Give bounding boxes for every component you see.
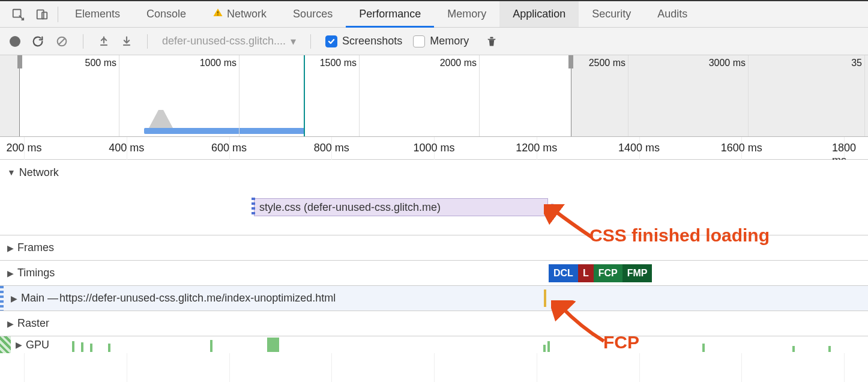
- detail-tick-label: 800 ms: [314, 142, 349, 154]
- gpu-tick: [273, 338, 279, 352]
- garbage-collect-button[interactable]: [486, 35, 498, 48]
- tab-network[interactable]: Network: [199, 1, 280, 27]
- tab-audits[interactable]: Audits: [644, 1, 701, 27]
- reload-button[interactable]: [31, 35, 44, 48]
- tab-application[interactable]: Application: [499, 1, 579, 27]
- overview-viewport[interactable]: [19, 55, 571, 136]
- clear-button[interactable]: [55, 35, 68, 48]
- viewport-handle-right[interactable]: [568, 55, 573, 68]
- tab-sources[interactable]: Sources: [280, 1, 346, 27]
- detail-tick-label: 1600 ms: [721, 142, 762, 154]
- performance-toolbar: defer-unused-css.glitch.... ▾ Screenshot…: [0, 28, 868, 55]
- network-request-label: style.css (defer-unused-css.glitch.me): [259, 201, 441, 214]
- network-label: Network: [19, 166, 59, 179]
- svg-rect-6: [100, 44, 107, 46]
- detail-tick-label: 1200 ms: [516, 142, 557, 154]
- main-label-prefix: Main —: [21, 292, 58, 305]
- detail-tick-label: 200 ms: [6, 142, 41, 154]
- timing-pill-fmp[interactable]: FMP: [622, 264, 653, 282]
- overview-tick-label: 3000 ms: [709, 58, 746, 68]
- tab-memory[interactable]: Memory: [434, 1, 499, 27]
- memory-checkbox[interactable]: Memory: [413, 35, 469, 47]
- gpu-tick: [108, 344, 110, 352]
- divider: [58, 7, 58, 22]
- disclosure-triangle-icon: ▼: [7, 168, 16, 177]
- gpu-tick: [267, 338, 273, 352]
- gpu-tick: [792, 346, 795, 352]
- annotation-css-loaded: CSS finished loading: [589, 225, 770, 246]
- timings-label: Timings: [17, 267, 55, 279]
- gpu-tick: [210, 340, 212, 352]
- svg-rect-7: [123, 44, 130, 46]
- disclosure-triangle-icon: ▶: [11, 294, 17, 303]
- timings-track-header[interactable]: ▶ Timings DCLLFCPFMP: [0, 261, 868, 286]
- tab-security[interactable]: Security: [579, 1, 644, 27]
- overview-tick-line: [359, 55, 360, 136]
- divider: [310, 34, 311, 49]
- tab-performance[interactable]: Performance: [346, 1, 434, 27]
- disclosure-triangle-icon: ▶: [7, 320, 14, 328]
- viewport-handle-left[interactable]: [17, 55, 22, 68]
- gpu-tick: [81, 342, 83, 352]
- overview-tick-line: [479, 55, 480, 136]
- main-url: https://defer-unused-css.glitch.me/index…: [59, 292, 336, 305]
- overview-tick-line: [628, 55, 628, 136]
- overview-tick-line: [748, 55, 749, 136]
- inspect-icon[interactable]: [6, 8, 30, 21]
- timing-pill-l[interactable]: L: [578, 264, 594, 282]
- gpu-tick: [543, 345, 546, 352]
- save-profile-button[interactable]: [121, 35, 133, 47]
- overview-tick-line: [239, 55, 240, 136]
- timing-pills-group: DCLLFCPFMP: [549, 264, 652, 282]
- detail-tick-label: 600 ms: [211, 142, 247, 154]
- gpu-activity: [0, 336, 868, 353]
- load-profile-button[interactable]: [98, 35, 110, 47]
- overview-tick-line: [119, 55, 119, 136]
- overview-tick-line: [864, 55, 865, 136]
- raster-track-header[interactable]: ▶ Raster: [0, 311, 868, 336]
- tab-label: Sources: [293, 8, 333, 20]
- devtools-tab-bar: ElementsConsoleNetworkSourcesPerformance…: [0, 0, 868, 28]
- gpu-track-header[interactable]: ▶ GPU: [0, 336, 868, 353]
- timing-pill-dcl[interactable]: DCL: [549, 264, 578, 282]
- divider: [147, 34, 148, 49]
- device-toolbar-icon[interactable]: [30, 8, 54, 21]
- svg-rect-4: [217, 14, 219, 16]
- network-track-header[interactable]: ▼ Network: [0, 160, 868, 185]
- disclosure-triangle-icon: ▶: [7, 244, 14, 252]
- main-track-header[interactable]: ▶ Main — https://defer-unused-css.glitch…: [0, 286, 868, 311]
- record-button[interactable]: [10, 36, 20, 47]
- overview-tick-label: 35: [851, 58, 862, 68]
- network-request-queue-icon: [252, 198, 255, 217]
- svg-rect-2: [42, 12, 47, 19]
- tab-elements[interactable]: Elements: [62, 1, 133, 27]
- tab-label: Audits: [657, 8, 687, 20]
- disclosure-triangle-icon: ▶: [7, 269, 14, 277]
- overview-timeline[interactable]: 500 ms1000 ms1500 ms2000 ms2500 ms3000 m…: [0, 55, 868, 137]
- network-request-bar[interactable]: style.css (defer-unused-css.glitch.me): [254, 198, 548, 216]
- divider: [83, 34, 83, 49]
- detail-tick-label: 1000 ms: [413, 142, 454, 154]
- svg-rect-1: [37, 10, 44, 19]
- detail-tick-label: 1400 ms: [618, 142, 660, 154]
- tab-label: Memory: [447, 8, 486, 20]
- main-task-sliver: [544, 290, 546, 307]
- svg-rect-8: [490, 37, 493, 38]
- overview-tick-label: 2500 ms: [589, 58, 625, 68]
- detail-tick-label: 400 ms: [109, 142, 144, 154]
- screenshots-checkbox[interactable]: Screenshots: [325, 35, 402, 47]
- tab-label: Performance: [359, 8, 421, 20]
- warning-icon: [212, 7, 223, 21]
- gpu-tick: [702, 344, 705, 352]
- checkbox-icon: [413, 35, 425, 47]
- tab-label: Application: [513, 8, 565, 20]
- svg-rect-3: [217, 11, 219, 14]
- target-select-text: defer-unused-css.glitch....: [162, 35, 286, 47]
- gpu-tick: [90, 344, 92, 352]
- target-select[interactable]: defer-unused-css.glitch.... ▾: [162, 35, 296, 48]
- tab-console[interactable]: Console: [133, 1, 199, 27]
- raster-label: Raster: [17, 317, 49, 330]
- checkbox-icon: [325, 35, 337, 47]
- timing-pill-fcp[interactable]: FCP: [594, 264, 622, 282]
- detail-ruler[interactable]: 200 ms400 ms600 ms800 ms1000 ms1200 ms14…: [0, 137, 868, 160]
